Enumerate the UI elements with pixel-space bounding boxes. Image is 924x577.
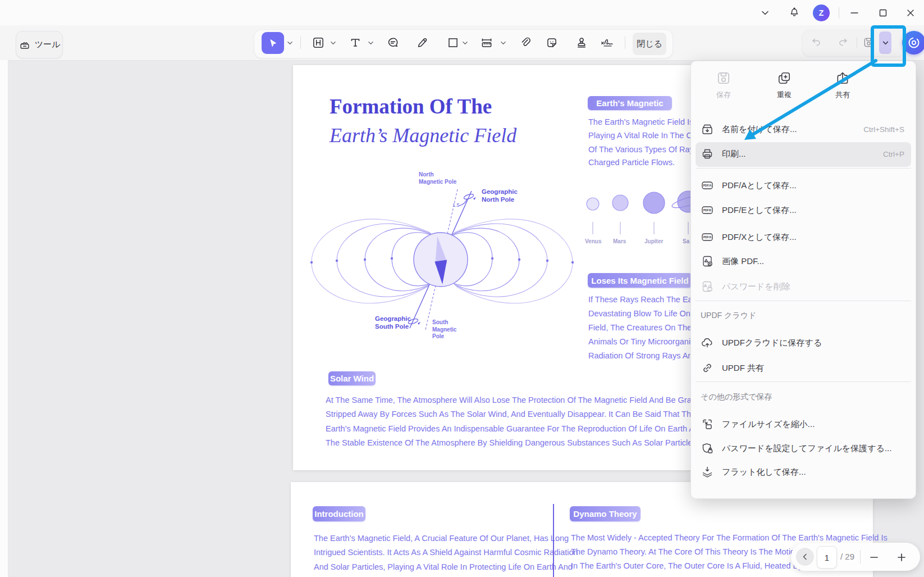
- pen-icon: [415, 36, 429, 49]
- menu-separator: [696, 381, 911, 382]
- menu-item-save-pdfa[interactable]: PDF/A PDF/Aとして保存...: [691, 174, 916, 197]
- menu-item-label: 印刷...: [722, 149, 746, 160]
- menu-item-flatten-save[interactable]: フラット化して保存...: [691, 461, 916, 483]
- titlebar-chevron-down-icon[interactable]: [757, 4, 774, 21]
- toolbar-divider: [300, 37, 301, 49]
- sticker-tool-button[interactable]: [544, 35, 560, 51]
- current-page-input[interactable]: 1: [817, 546, 837, 569]
- badge-introduction: Introduction: [313, 506, 365, 521]
- quick-action-label: 保存: [716, 90, 731, 100]
- square-icon: [446, 36, 460, 49]
- menu-item-label: PDF/Aとして保存...: [722, 180, 797, 191]
- close-window-button[interactable]: [902, 4, 919, 21]
- tools-button[interactable]: ツール: [16, 31, 63, 58]
- menu-item-reduce-file-size[interactable]: ファイルサイズを縮小...: [691, 413, 916, 435]
- menu-item-print[interactable]: 印刷... Ctrl+P: [691, 143, 916, 165]
- quick-action-share[interactable]: 共有: [818, 71, 867, 100]
- doc-line: Intrigued Scientists. It Acts As A Shiel…: [314, 548, 578, 557]
- titlebar-divider: [839, 7, 839, 19]
- close-editor-button[interactable]: 閉じる: [633, 33, 666, 55]
- quick-action-save: 保存: [699, 71, 748, 100]
- menu-item-remove-password: パスワードを削除: [691, 275, 916, 298]
- user-avatar[interactable]: Z: [813, 4, 830, 21]
- select-tool-button[interactable]: [262, 32, 284, 54]
- menu-item-save-pdfe[interactable]: PDF/E PDF/Eとして保存...: [691, 199, 916, 221]
- save-menu-chevron-button[interactable]: [879, 31, 891, 54]
- doc-line: The Stable Existence Of The Atmosphere B…: [326, 438, 699, 447]
- measure-tool-chevron-icon[interactable]: [499, 37, 507, 48]
- current-page-value: 1: [825, 553, 829, 562]
- minus-icon: [870, 553, 879, 562]
- remove-password-icon: [701, 280, 713, 293]
- text-tool-button[interactable]: [347, 35, 363, 51]
- doc-line: In The Earth's Outer Core, The Outer Cor…: [571, 561, 818, 570]
- text-tool-chevron-icon[interactable]: [367, 37, 374, 48]
- menu-item-label: 名前を付けて保存...: [722, 124, 797, 135]
- toolbar-divider-2: [625, 37, 625, 49]
- file-actions-divider: [857, 37, 857, 48]
- maximize-button[interactable]: [875, 4, 891, 21]
- menu-item-save-as[interactable]: 名前を付けて保存... Ctrl+Shift+S: [691, 118, 916, 140]
- comment-icon: [386, 36, 400, 49]
- pdfe-icon: PDF/E: [701, 204, 713, 216]
- menu-item-label: フラット化して保存...: [722, 467, 806, 478]
- heading-icon: [312, 36, 325, 49]
- quick-action-duplicate[interactable]: 重複: [760, 71, 808, 100]
- badge-loses-magnetic-field: Loses Its Magnetic Field: [588, 273, 692, 288]
- text-icon: [349, 36, 362, 49]
- menu-item-updf-share[interactable]: UPDF 共有: [691, 357, 916, 379]
- menu-item-label: 画像 PDF...: [722, 256, 764, 267]
- titlebar: Z: [0, 0, 924, 25]
- doc-line: Earth's Magnetic Field Provides An Indis…: [326, 424, 703, 433]
- select-tool-chevron-icon[interactable]: [286, 37, 294, 48]
- menu-item-label: UPDF 共有: [722, 363, 764, 374]
- pdfa-icon: PDF/A: [701, 179, 713, 192]
- menu-item-label: UPDFクラウドに保存する: [722, 338, 822, 348]
- save-icon: [863, 37, 875, 48]
- redo-button[interactable]: [836, 35, 850, 49]
- pdfe-icon-text: PDF/E: [703, 208, 712, 212]
- diagram-label-angle: 1.5: [452, 202, 460, 208]
- menu-item-save-pdfx[interactable]: PDF/X PDF/Xとして保存...: [691, 226, 916, 248]
- signature-tool-button[interactable]: [598, 35, 616, 51]
- stamp-tool-button[interactable]: [574, 35, 589, 51]
- duplicate-icon: [777, 71, 792, 85]
- link-icon: [701, 362, 713, 374]
- save-options-menu: 保存 重複 共有 名前を付けて保存... Ctrl+Shift+S 印刷... …: [690, 61, 916, 499]
- quick-action-label: 重複: [777, 90, 792, 100]
- minimize-button[interactable]: [846, 4, 863, 21]
- previous-page-button[interactable]: [796, 548, 814, 566]
- signature-icon: [600, 36, 615, 49]
- pdfx-icon-text: PDF/X: [703, 235, 712, 239]
- app-window: { "titlebar": { "avatar_initial": "Z" },…: [0, 0, 924, 577]
- menu-item-label: PDF/Xとして保存...: [722, 232, 797, 243]
- zoom-in-button[interactable]: [894, 550, 909, 565]
- menu-item-protect-password[interactable]: パスワードを設定してファイルを保護する...: [691, 437, 916, 460]
- zoom-out-button[interactable]: [867, 550, 881, 565]
- heading-tool-chevron-icon[interactable]: [329, 37, 337, 48]
- diagram-label-north-magnetic-pole: North Magnetic Pole: [419, 171, 456, 185]
- doc-line: The Most Widely - Accepted Theory For Th…: [571, 533, 888, 542]
- menu-item-save-to-cloud[interactable]: UPDFクラウドに保存する: [691, 331, 916, 354]
- print-icon: [701, 148, 713, 160]
- measure-tool-button[interactable]: [479, 35, 495, 51]
- pen-tool-button[interactable]: [414, 35, 430, 51]
- shield-lock-icon: [701, 442, 713, 455]
- avatar-initial: Z: [819, 8, 824, 17]
- ai-assistant-button[interactable]: [902, 31, 924, 54]
- shape-tool-button[interactable]: [445, 35, 461, 51]
- sticker-icon: [545, 36, 559, 49]
- comment-tool-button[interactable]: [385, 35, 401, 51]
- attachment-tool-button[interactable]: [518, 35, 533, 51]
- menu-item-label: ファイルサイズを縮小...: [722, 419, 815, 430]
- undo-button[interactable]: [809, 35, 824, 49]
- doc-line: At The Same Time, The Atmosphere Will Al…: [326, 396, 713, 405]
- notification-bell-icon[interactable]: [786, 4, 803, 21]
- heading-tool-button[interactable]: [310, 35, 326, 51]
- badge-earths-magnetic: Earth's Magnetic: [588, 96, 672, 110]
- column-divider: [553, 504, 554, 577]
- tools-button-label: ツール: [35, 39, 61, 50]
- save-button[interactable]: [861, 35, 876, 49]
- shape-tool-chevron-icon[interactable]: [461, 37, 469, 48]
- menu-item-image-pdf[interactable]: 画像 PDF...: [691, 250, 916, 272]
